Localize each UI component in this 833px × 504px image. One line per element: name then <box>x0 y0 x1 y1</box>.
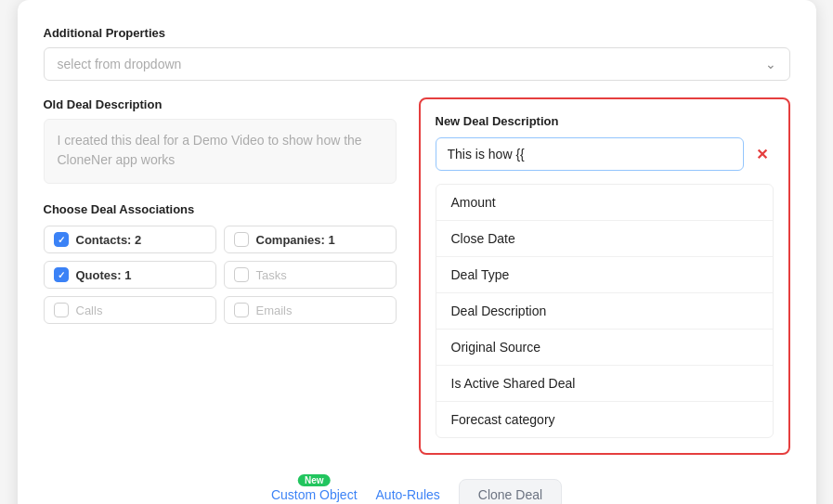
new-deal-panel: New Deal Description ✕ Amount Close Date… <box>419 97 790 455</box>
dropdown-item-close-date[interactable]: Close Date <box>436 221 773 257</box>
clone-deal-label: Clone Deal <box>478 487 542 502</box>
calls-checkbox <box>54 303 69 317</box>
association-calls: Calls <box>44 296 216 324</box>
emails-checkbox <box>234 303 249 317</box>
dropdown-item-deal-type[interactable]: Deal Type <box>436 257 773 293</box>
association-emails: Emails <box>224 296 397 324</box>
additional-properties-placeholder: select from dropdown <box>58 57 182 71</box>
contacts-checkbox[interactable] <box>54 232 69 247</box>
emails-label: Emails <box>256 304 293 317</box>
footer: New Custom Object Auto-Rules Clone Deal <box>44 475 790 504</box>
old-deal-description: I created this deal for a Demo Video to … <box>44 119 397 184</box>
associations-grid: Contacts: 2 Companies: 1 Quotes: 1 Tasks… <box>44 226 397 324</box>
close-icon[interactable]: ✕ <box>751 143 774 165</box>
chevron-down-icon: ⌄ <box>765 57 776 71</box>
auto-rules-link[interactable]: Auto-Rules <box>376 487 440 502</box>
association-companies[interactable]: Companies: 1 <box>224 226 397 253</box>
additional-properties-label: Additional Properties <box>44 26 790 40</box>
dropdown-item-active-shared[interactable]: Is Active Shared Deal <box>436 366 773 402</box>
clone-deal-button[interactable]: Clone Deal <box>459 479 562 504</box>
main-card: Additional Properties select from dropdo… <box>18 0 816 504</box>
new-badge: New <box>298 474 331 486</box>
dropdown-item-amount[interactable]: Amount <box>436 185 773 221</box>
associations-label: Choose Deal Associations <box>44 202 397 216</box>
custom-object-label: Custom Object <box>271 487 358 502</box>
tasks-checkbox <box>234 267 249 282</box>
dropdown-item-forecast-category[interactable]: Forecast category <box>436 402 773 437</box>
new-deal-input[interactable] <box>436 137 744 171</box>
quotes-label: Quotes: 1 <box>76 268 132 282</box>
calls-label: Calls <box>76 304 103 317</box>
new-deal-label: New Deal Description <box>436 114 774 128</box>
tasks-label: Tasks <box>256 268 287 282</box>
companies-checkbox[interactable] <box>234 232 249 247</box>
dropdown-item-deal-description[interactable]: Deal Description <box>436 293 773 330</box>
custom-object-link[interactable]: New Custom Object <box>271 487 358 502</box>
field-dropdown-list: Amount Close Date Deal Type Deal Descrip… <box>436 184 774 438</box>
left-column: Old Deal Description I created this deal… <box>44 97 397 324</box>
new-deal-input-row: ✕ <box>436 137 774 171</box>
association-tasks: Tasks <box>224 261 397 289</box>
companies-label: Companies: 1 <box>256 233 335 247</box>
additional-properties-dropdown[interactable]: select from dropdown ⌄ <box>44 47 790 81</box>
auto-rules-label: Auto-Rules <box>376 487 440 502</box>
association-quotes[interactable]: Quotes: 1 <box>44 261 216 289</box>
old-deal-label: Old Deal Description <box>44 97 397 111</box>
contacts-label: Contacts: 2 <box>76 233 142 247</box>
dropdown-item-original-source[interactable]: Original Source <box>436 330 773 366</box>
association-contacts[interactable]: Contacts: 2 <box>44 226 216 253</box>
quotes-checkbox[interactable] <box>54 267 69 282</box>
